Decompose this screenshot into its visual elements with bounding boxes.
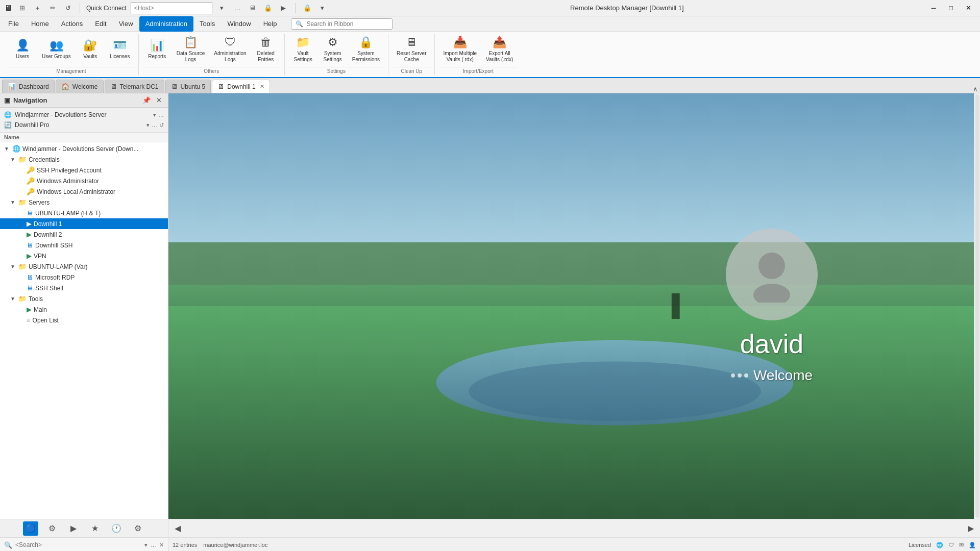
vault-expand-button[interactable]: ▾ xyxy=(146,122,150,129)
sidebar-play-button[interactable]: ▶ xyxy=(66,521,81,536)
scroll-left-button[interactable]: ◀ xyxy=(170,523,185,533)
ribbon-admin-logs-button[interactable]: 🛡 AdministrationLogs xyxy=(210,34,250,65)
tree-item-open-list[interactable]: ≡ Open List xyxy=(0,315,168,325)
tree-item-ubuntu-lamp-ht[interactable]: 🖥 UBUNTU-LAMP (H & T) xyxy=(0,208,168,218)
menu-home[interactable]: Home xyxy=(25,16,55,32)
more-icon[interactable]: ▾ xyxy=(317,3,328,14)
menu-window[interactable]: Window xyxy=(221,16,257,32)
svg-point-5 xyxy=(469,361,761,421)
dropdown-icon[interactable]: ▾ xyxy=(216,3,228,14)
ribbon-deleted-entries-button[interactable]: 🗑 DeletedEntries xyxy=(252,34,280,65)
search-clear-button[interactable]: ✕ xyxy=(159,542,164,548)
tree-item-tools[interactable]: ▼ 📁 Tools xyxy=(0,293,168,304)
vault-icon: 🔄 xyxy=(4,121,12,129)
ribbon-users-button[interactable]: 👤 Users xyxy=(8,34,37,65)
shield-icon[interactable]: 🔒 xyxy=(262,3,274,14)
tree-item-windows-admin[interactable]: 🔑 Windows Administrator xyxy=(0,176,168,186)
monitor-icon[interactable]: 🖥 xyxy=(247,3,258,14)
tree-item-windows-local[interactable]: 🔑 Windows Local Administrator xyxy=(0,186,168,197)
sidebar-more-button[interactable]: ⚙ xyxy=(130,521,145,536)
refresh-icon[interactable]: ↺ xyxy=(62,3,74,14)
tab-downhill1-icon: 🖥 xyxy=(217,83,224,90)
ribbon-system-permissions-button[interactable]: 🔒 SystemPermissions xyxy=(348,34,384,65)
tree-expand-credentials[interactable]: ▼ xyxy=(10,157,16,162)
ribbon-vaults-button[interactable]: 🔐 Vaults xyxy=(76,34,105,65)
menu-view[interactable]: View xyxy=(113,16,139,32)
sidebar-favorites-button[interactable]: ★ xyxy=(87,521,103,536)
add-icon[interactable]: ＋ xyxy=(32,3,43,14)
datasource-menu-button[interactable]: … xyxy=(158,112,164,118)
maximize-button[interactable]: □ xyxy=(943,3,959,14)
tree-item-ms-rdp[interactable]: 🖥 Microsoft RDP xyxy=(0,272,168,283)
tree-item-ubuntu-lamp-var[interactable]: ▼ 📁 UBUNTU-LAMP (Var) xyxy=(0,261,168,272)
sidebar-history-button[interactable]: 🕐 xyxy=(109,521,124,536)
tree-item-downhill1[interactable]: ▶ Downhill 1 xyxy=(0,218,168,229)
edit-icon[interactable]: ✏ xyxy=(47,3,58,14)
tab-collapse-button[interactable]: ∧ xyxy=(973,85,978,93)
menu-tools[interactable]: Tools xyxy=(193,16,221,32)
tree-item-downhill2[interactable]: ▶ Downhill 2 xyxy=(0,229,168,240)
scroll-track[interactable] xyxy=(975,94,979,518)
tree-item-servers[interactable]: ▼ 📁 Servers xyxy=(0,197,168,208)
lock-icon[interactable]: 🔒 xyxy=(302,3,313,14)
scroll-right-button[interactable]: ▶ xyxy=(964,523,978,533)
tree-item-main[interactable]: ▶ Main xyxy=(0,304,168,315)
tree-expand-servers[interactable]: ▼ xyxy=(10,199,16,205)
sidebar-connect-button[interactable]: 🔵 xyxy=(23,521,38,536)
content-scrollbar[interactable] xyxy=(974,93,980,519)
vault-menu-button[interactable]: … xyxy=(152,122,157,129)
tree-item-root[interactable]: ▼ 🌐 Windjammer - Devolutions Server (Dow… xyxy=(0,143,168,154)
tree-label-root: Windjammer - Devolutions Server (Down... xyxy=(22,145,164,153)
search-ribbon-input[interactable] xyxy=(306,20,388,28)
ribbon-cleanup-label: Clean Up xyxy=(393,67,430,75)
nav-pin-button[interactable]: 📌 xyxy=(141,96,152,104)
sidebar-search-input[interactable] xyxy=(15,541,141,548)
tab-telemark[interactable]: 🖥 Telemark DC1 xyxy=(105,80,164,93)
ribbon-user-groups-button[interactable]: 👥 User Groups xyxy=(38,34,75,65)
quick-connect-input[interactable] xyxy=(131,2,212,14)
tab-downhill1-close[interactable]: ✕ xyxy=(260,83,264,90)
tree-item-downhill-ssh[interactable]: 🖥 Downhill SSH xyxy=(0,240,168,251)
navigation-tree: ▼ 🌐 Windjammer - Devolutions Server (Dow… xyxy=(0,142,168,519)
tab-welcome[interactable]: 🏠 Welcome xyxy=(56,80,104,93)
minimize-button[interactable]: ─ xyxy=(926,3,941,14)
tab-dashboard[interactable]: 📊 Dashboard xyxy=(2,80,55,93)
ribbon-vault-settings-button[interactable]: 📁 VaultSettings xyxy=(289,34,317,65)
ribbon-reports-button[interactable]: 📊 Reports xyxy=(143,34,172,65)
ribbon-licenses-button[interactable]: 🪪 Licenses xyxy=(106,34,134,65)
tab-ubuntu5[interactable]: 🖥 Ubuntu 5 xyxy=(165,80,211,93)
tree-expand-root[interactable]: ▼ xyxy=(4,146,10,152)
sidebar-settings-button[interactable]: ⚙ xyxy=(44,521,60,536)
tree-expand-tools[interactable]: ▼ xyxy=(10,296,16,302)
dots-icon[interactable]: … xyxy=(232,3,243,14)
vault-refresh-button[interactable]: ↺ xyxy=(159,122,164,129)
search-dropdown-button[interactable]: ▾ xyxy=(144,542,148,548)
menu-help[interactable]: Help xyxy=(257,16,283,32)
tab-downhill1[interactable]: 🖥 Downhill 1 ✕ xyxy=(212,80,270,93)
new-tab-icon[interactable]: ⊞ xyxy=(16,3,28,14)
close-button[interactable]: ✕ xyxy=(961,3,976,14)
welcome-row: Welcome xyxy=(731,367,813,384)
datasource-expand-button[interactable]: ▾ xyxy=(153,112,156,118)
tree-item-vpn[interactable]: ▶ VPN xyxy=(0,251,168,261)
ribbon-datasource-logs-button[interactable]: 📋 Data SourceLogs xyxy=(173,34,209,65)
tree-expand-ubuntu-lamp-var[interactable]: ▼ xyxy=(10,264,16,269)
ribbon-export-button[interactable]: 📤 Export AllVaults (.rdx) xyxy=(482,34,517,65)
play-icon[interactable]: ▶ xyxy=(278,3,289,14)
vault-controls: ▾ … ↺ xyxy=(146,122,164,129)
tree-item-credentials[interactable]: ▼ 📁 Credentials xyxy=(0,154,168,165)
entry-count: 12 entries xyxy=(173,542,197,548)
tree-item-ssh-shell[interactable]: 🖥 SSH Shell xyxy=(0,283,168,293)
ribbon-system-settings-button[interactable]: ⚙ SystemSettings xyxy=(318,34,347,65)
menu-edit[interactable]: Edit xyxy=(89,16,112,32)
nav-close-button[interactable]: ✕ xyxy=(154,96,164,104)
menu-actions[interactable]: Actions xyxy=(55,16,89,32)
app-icon: 🖥 xyxy=(4,4,12,13)
tree-item-ssh-privileged[interactable]: 🔑 SSH Privileged Account xyxy=(0,165,168,176)
ribbon-licenses-label: Licenses xyxy=(110,54,130,60)
search-options-button[interactable]: … xyxy=(151,542,156,548)
menu-file[interactable]: File xyxy=(2,16,25,32)
ribbon-reset-server-cache-button[interactable]: 🖥 Reset ServerCache xyxy=(393,34,430,65)
ribbon-import-button[interactable]: 📥 Import MultipleVaults (.rdx) xyxy=(439,34,481,65)
menu-administration[interactable]: Administration xyxy=(139,16,193,32)
